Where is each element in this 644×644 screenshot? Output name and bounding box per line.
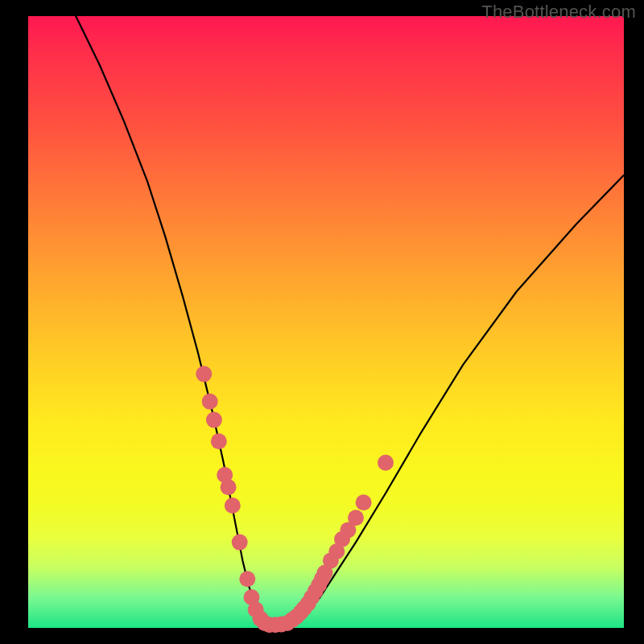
data-point <box>221 479 237 495</box>
data-point <box>348 510 364 526</box>
chart-svg <box>0 0 644 644</box>
data-point <box>378 455 394 471</box>
data-markers <box>196 366 394 634</box>
data-point <box>211 433 227 449</box>
data-point <box>225 497 241 514</box>
data-point <box>206 412 222 428</box>
data-point <box>239 571 255 587</box>
data-point <box>196 366 212 382</box>
data-point <box>232 535 248 551</box>
data-point <box>356 494 372 510</box>
data-point <box>202 394 218 410</box>
